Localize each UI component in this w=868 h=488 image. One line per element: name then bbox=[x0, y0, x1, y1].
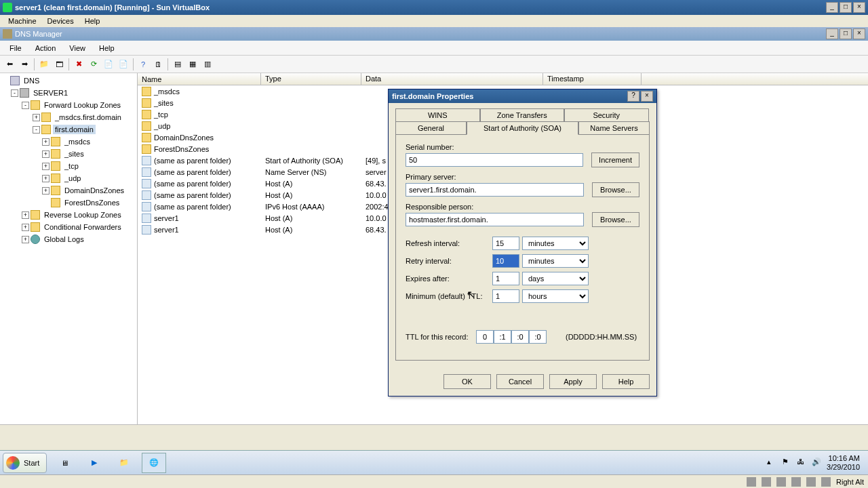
primary-input[interactable] bbox=[406, 183, 584, 197]
tray-clock[interactable]: 10:16 AM 3/29/2010 bbox=[827, 454, 860, 472]
tree-sub[interactable]: DomainDnsZones bbox=[62, 186, 126, 195]
tray-volume-icon[interactable]: 🔊 bbox=[812, 458, 823, 468]
apply-button[interactable]: Apply bbox=[549, 374, 597, 389]
tree-server[interactable]: SERVER1 bbox=[31, 88, 70, 98]
vbox-close-button[interactable]: × bbox=[853, 2, 865, 13]
vbox-mouse-icon[interactable] bbox=[821, 477, 831, 487]
tree-flz[interactable]: Forward Lookup Zones bbox=[42, 100, 123, 110]
tree-toggle[interactable]: + bbox=[22, 211, 29, 219]
view1-button[interactable]: ▤ bbox=[171, 58, 184, 71]
tree-toggle[interactable]: - bbox=[33, 126, 40, 134]
taskbar-powershell-icon[interactable]: ▶ bbox=[82, 453, 106, 473]
tree-toggle[interactable]: + bbox=[42, 138, 50, 146]
tab-name-servers[interactable]: Name Servers bbox=[578, 121, 650, 134]
tree-toggle[interactable]: + bbox=[42, 163, 50, 170]
tree-pane[interactable]: DNS -SERVER1 -Forward Lookup Zones +_msd… bbox=[0, 73, 138, 424]
properties-help-button[interactable]: ? bbox=[627, 91, 639, 102]
dns-close-button[interactable]: × bbox=[853, 28, 865, 39]
vbox-usb-icon[interactable] bbox=[791, 477, 801, 487]
vbox-cd-icon[interactable] bbox=[762, 477, 771, 487]
tree-rlz[interactable]: Reverse Lookup Zones bbox=[42, 210, 123, 220]
taskbar-dns-icon[interactable]: 🌐 bbox=[142, 453, 166, 473]
tab-soa[interactable]: Start of Authority (SOA) bbox=[467, 121, 578, 135]
tray-chevron-icon[interactable]: ▴ bbox=[767, 458, 778, 468]
tree-sub[interactable]: _sites bbox=[62, 149, 86, 159]
refresh-button[interactable]: ⟳ bbox=[87, 58, 100, 71]
browse-resp-button[interactable]: Browse... bbox=[592, 212, 639, 227]
tab-wins[interactable]: WINS bbox=[395, 108, 480, 121]
expires-value-input[interactable] bbox=[492, 272, 519, 285]
vbox-net-icon[interactable] bbox=[776, 477, 786, 487]
tree-toggle[interactable]: - bbox=[22, 102, 29, 109]
taskbar-explorer-icon[interactable]: 📁 bbox=[112, 453, 136, 473]
tree-toggle[interactable]: + bbox=[42, 150, 50, 158]
vbox-menu-help[interactable]: Help bbox=[79, 16, 106, 26]
tree-gl[interactable]: Global Logs bbox=[42, 235, 86, 244]
filter-button[interactable]: 🗓 bbox=[151, 58, 165, 71]
ok-button[interactable]: OK bbox=[443, 374, 491, 389]
tree-toggle[interactable]: + bbox=[42, 187, 50, 195]
dns-minimize-button[interactable]: _ bbox=[826, 28, 838, 39]
tab-zone-transfers[interactable]: Zone Transfers bbox=[480, 108, 565, 121]
increment-button[interactable]: Increment bbox=[591, 152, 639, 167]
vbox-menu-machine[interactable]: Machine bbox=[3, 16, 42, 26]
dns-menu-view[interactable]: View bbox=[62, 42, 92, 54]
dns-maximize-button[interactable]: □ bbox=[840, 28, 852, 39]
tree-sub[interactable]: _msdcs bbox=[62, 137, 92, 146]
vbox-maximize-button[interactable]: □ bbox=[840, 2, 852, 13]
ttl-days-input[interactable] bbox=[476, 330, 494, 344]
tree-toggle[interactable]: + bbox=[22, 236, 29, 243]
retry-unit-select[interactable]: minutes bbox=[522, 254, 589, 268]
properties-button[interactable]: 🗔 bbox=[52, 58, 66, 71]
refresh-unit-select[interactable]: minutes bbox=[522, 237, 589, 250]
dns-menu-file[interactable]: File bbox=[3, 42, 28, 54]
tree-toggle[interactable]: + bbox=[42, 175, 50, 182]
ttl-mins-input[interactable] bbox=[511, 330, 529, 344]
browse-primary-button[interactable]: Browse... bbox=[592, 182, 639, 197]
properties-close-button[interactable]: × bbox=[641, 91, 653, 102]
vbox-minimize-button[interactable]: _ bbox=[826, 2, 838, 13]
new-button[interactable]: 📄 bbox=[117, 58, 130, 71]
vbox-menu-devices[interactable]: Devices bbox=[42, 16, 79, 26]
tab-security[interactable]: Security bbox=[564, 108, 649, 121]
help-button[interactable]: Help bbox=[602, 374, 650, 389]
col-type[interactable]: Type bbox=[261, 73, 361, 85]
ttl-secs-input[interactable] bbox=[529, 330, 547, 344]
dns-menu-help[interactable]: Help bbox=[92, 42, 121, 54]
ttl-hours-input[interactable] bbox=[494, 330, 511, 344]
back-button[interactable]: ⬅ bbox=[3, 58, 16, 71]
minttl-value-input[interactable] bbox=[492, 289, 519, 303]
tray-network-icon[interactable]: 🖧 bbox=[797, 458, 808, 468]
view3-button[interactable]: ▥ bbox=[201, 58, 214, 71]
serial-input[interactable] bbox=[406, 153, 583, 167]
view2-button[interactable]: ▦ bbox=[186, 58, 199, 71]
properties-titlebar[interactable]: first.domain Properties ? × bbox=[389, 89, 656, 103]
expires-unit-select[interactable]: days bbox=[522, 272, 589, 285]
help-button[interactable]: ? bbox=[136, 58, 150, 71]
tree-toggle[interactable]: - bbox=[11, 89, 18, 97]
delete-button[interactable]: ✖ bbox=[72, 58, 85, 71]
up-button[interactable]: 📁 bbox=[37, 58, 51, 71]
refresh-value-input[interactable] bbox=[492, 237, 519, 250]
col-timestamp[interactable]: Timestamp bbox=[543, 73, 642, 85]
vbox-shared-icon[interactable] bbox=[806, 477, 816, 487]
minttl-unit-select[interactable]: hours bbox=[522, 289, 589, 303]
tree-toggle[interactable]: + bbox=[33, 114, 40, 121]
tree-dns-root[interactable]: DNS bbox=[22, 76, 41, 85]
forward-button[interactable]: ➡ bbox=[18, 58, 31, 71]
tree-sub[interactable]: _udp bbox=[62, 174, 83, 183]
col-data[interactable]: Data bbox=[361, 73, 543, 85]
col-name[interactable]: Name bbox=[138, 73, 261, 85]
dns-menu-action[interactable]: Action bbox=[28, 42, 63, 54]
tree-sub[interactable]: ForestDnsZones bbox=[62, 198, 121, 207]
start-button[interactable]: Start bbox=[3, 453, 47, 473]
tree-zone-firstdomain[interactable]: first.domain bbox=[53, 125, 96, 134]
tree-cf[interactable]: Conditional Forwarders bbox=[42, 222, 123, 232]
tree-zone[interactable]: _msdcs.first.domain bbox=[53, 113, 123, 122]
vbox-hd-icon[interactable] bbox=[747, 477, 756, 487]
resp-input[interactable] bbox=[406, 213, 584, 226]
export-button[interactable]: 📄 bbox=[102, 58, 115, 71]
retry-value-input[interactable] bbox=[492, 254, 519, 268]
tab-general[interactable]: General bbox=[395, 121, 467, 134]
tree-sub[interactable]: _tcp bbox=[62, 161, 81, 171]
